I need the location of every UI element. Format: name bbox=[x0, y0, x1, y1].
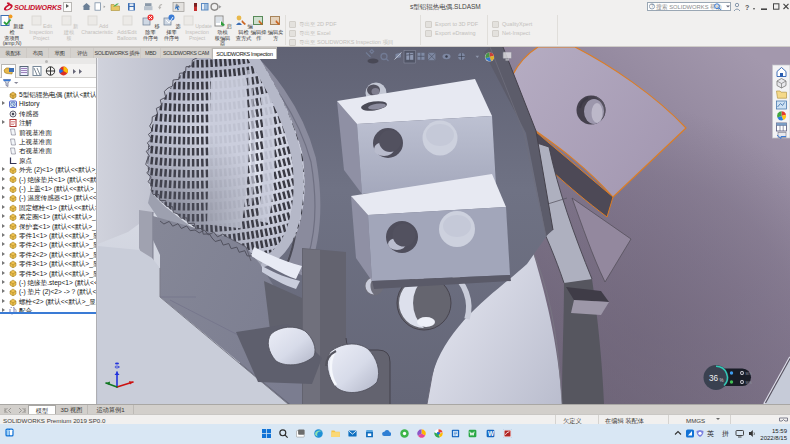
svg-text:%: % bbox=[720, 378, 724, 383]
svg-text:拼: 拼 bbox=[722, 430, 729, 437]
svg-text:M/S: M/S bbox=[746, 381, 753, 385]
svg-text:英: 英 bbox=[707, 430, 714, 438]
svg-text:W: W bbox=[488, 430, 494, 437]
svg-text:M/S: M/S bbox=[746, 372, 753, 376]
svg-text:?: ? bbox=[745, 3, 749, 10]
svg-text:36: 36 bbox=[709, 374, 719, 383]
svg-text:SOLIDWORKS: SOLIDWORKS bbox=[14, 3, 62, 12]
